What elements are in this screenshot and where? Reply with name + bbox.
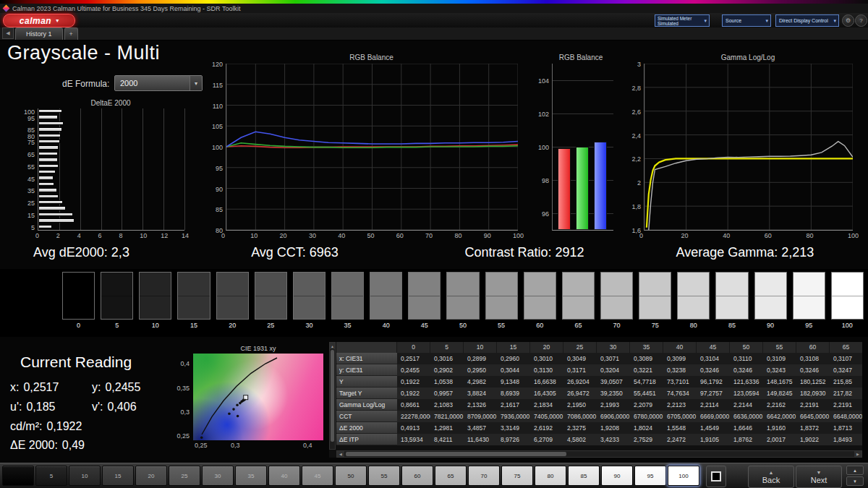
pattern-level-button[interactable]: 50	[335, 466, 367, 486]
next-button[interactable]: ▼ Next	[796, 466, 842, 488]
table-body: x: CIE310,25170,30160,28990,29600,30100,…	[336, 353, 862, 445]
deltae-bar	[38, 194, 59, 198]
patch-level-label: 85	[715, 322, 748, 329]
pattern-level-button[interactable]: 10	[69, 466, 101, 486]
pattern-level-button[interactable]: 15	[102, 466, 134, 486]
source-dropdown[interactable]: Source ▾	[722, 14, 771, 27]
scroll-right-icon[interactable]: ▶	[854, 451, 861, 457]
table-cell: 3,4857	[464, 422, 497, 434]
gridline	[59, 108, 60, 230]
deltae-bar	[38, 158, 58, 161]
page-title: Grayscale - Multi	[7, 42, 160, 64]
gridline	[142, 108, 143, 230]
table-cell: 4,5802	[563, 434, 597, 445]
pattern-level-button[interactable]: 100	[668, 466, 699, 486]
deltae-bar	[38, 213, 73, 216]
add-tab-button[interactable]: +	[64, 27, 78, 40]
table-cell: 26,9204	[563, 376, 597, 388]
table-column-header: 10	[464, 342, 497, 353]
table-cell: 0,9957	[430, 388, 464, 399]
grayscale-patch	[677, 272, 710, 320]
calman-menu-button[interactable]: calman ▾	[3, 14, 75, 27]
pattern-level-button[interactable]: 75	[501, 466, 533, 486]
tab-history-1[interactable]: History 1	[15, 27, 63, 40]
pattern-level-button[interactable]: 40	[268, 466, 300, 486]
table-row-label: Target Y	[336, 388, 397, 399]
table-cell: 8709,0000	[464, 411, 497, 422]
x-axis-label: 12	[161, 232, 168, 239]
patch-level-label: 75	[639, 322, 671, 329]
table-cell: 2,1617	[497, 399, 530, 411]
table-row: Target Y0,19220,99573,88248,693916,43052…	[336, 388, 862, 399]
patch-level-label: 40	[370, 322, 402, 329]
pattern-level-button[interactable]: 95	[634, 466, 666, 486]
grayscale-patch	[62, 272, 95, 320]
pattern-level-button[interactable]: 85	[568, 466, 600, 486]
pattern-level-button[interactable]: 20	[135, 466, 167, 486]
grayscale-patch	[793, 272, 825, 320]
help-button[interactable]: ?	[855, 14, 867, 27]
table-horizontal-scrollbar[interactable]: ◀ ▶	[336, 450, 862, 458]
table-cell: 0,3246	[697, 364, 730, 376]
patch-seam	[217, 296, 248, 296]
pattern-level-button[interactable]: 30	[202, 466, 234, 486]
deltae-bar	[38, 145, 59, 149]
scroll-up-icon[interactable]: ▲	[330, 343, 335, 349]
meter-dropdown[interactable]: Simulated Meter Simulated ▾	[655, 14, 710, 27]
pattern-level-button[interactable]: 55	[368, 466, 400, 486]
pattern-window-button[interactable]	[706, 466, 726, 487]
scroll-left-icon[interactable]: ◀	[337, 451, 344, 457]
x-axis-label: 10	[250, 232, 258, 239]
deltae-bar	[38, 200, 63, 204]
pattern-level-button[interactable]: 45	[302, 466, 333, 486]
pattern-level-button[interactable]: 5	[35, 466, 67, 486]
table-row-label: CCT	[336, 411, 397, 422]
pattern-level-button[interactable]: 60	[401, 466, 433, 486]
pattern-level-button[interactable]: 90	[601, 466, 633, 486]
cie-points-svg	[193, 354, 323, 440]
pattern-level-button[interactable]: 25	[169, 466, 200, 486]
pattern-level-button[interactable]: 35	[235, 466, 267, 486]
x-axis-label: 70	[425, 232, 433, 239]
display-control-dropdown[interactable]: Direct Display Control ▾	[775, 14, 839, 27]
rgb-bar	[576, 147, 589, 230]
vertical-scroll-thumb[interactable]	[331, 350, 334, 442]
table-vertical-scrollbar[interactable]: ▲	[329, 342, 336, 450]
pattern-level-button[interactable]: 80	[535, 466, 566, 486]
pattern-level-button[interactable]: 70	[468, 466, 500, 486]
back-label: Back	[762, 476, 780, 484]
grayscale-patch	[831, 272, 864, 320]
cie-plot-overlay	[193, 354, 323, 440]
cie-1931-chart	[193, 354, 323, 440]
table-cell: 1,9022	[796, 434, 830, 445]
table-column-header: 60	[796, 342, 830, 353]
table-cell: 0,2902	[430, 364, 464, 376]
patch-seam	[639, 296, 671, 296]
average-gamma-stat: Average Gamma: 2,213	[622, 245, 868, 260]
tab-scroll-left-button[interactable]: ◀	[2, 27, 14, 39]
y-axis-label: 102	[538, 111, 549, 118]
table-cell: 2,2144	[730, 399, 763, 411]
page-down-button[interactable]: ▼	[846, 476, 864, 486]
patch-seam	[524, 296, 556, 296]
table-cell: 16,4305	[530, 388, 563, 399]
table-cell: 0,3110	[730, 353, 763, 364]
table-cell: 0,3246	[730, 364, 763, 376]
y-value: 0,2455	[105, 381, 140, 393]
table-cell: 3,8824	[464, 388, 497, 399]
back-button[interactable]: ▲ Back	[748, 466, 794, 488]
scroll-track[interactable]	[568, 451, 855, 457]
x-axis-label: 30	[309, 232, 316, 239]
reading-luminance: cd/m²:0,1922	[10, 420, 82, 433]
patch-seam	[793, 296, 825, 296]
de-formula-dropdown[interactable]: 2000 ▾	[114, 75, 203, 91]
horizontal-scroll-thumb[interactable]	[346, 452, 566, 456]
page-up-button[interactable]: ▲	[846, 466, 864, 475]
source-dropdown-label: Source	[723, 18, 763, 23]
grayscale-patch	[485, 272, 518, 320]
grayscale-patch	[139, 272, 171, 320]
patch-seam	[563, 296, 594, 296]
settings-button[interactable]: ⚙	[842, 14, 854, 27]
pattern-level-button[interactable]: 65	[435, 466, 467, 486]
pattern-level-button[interactable]	[2, 466, 34, 486]
